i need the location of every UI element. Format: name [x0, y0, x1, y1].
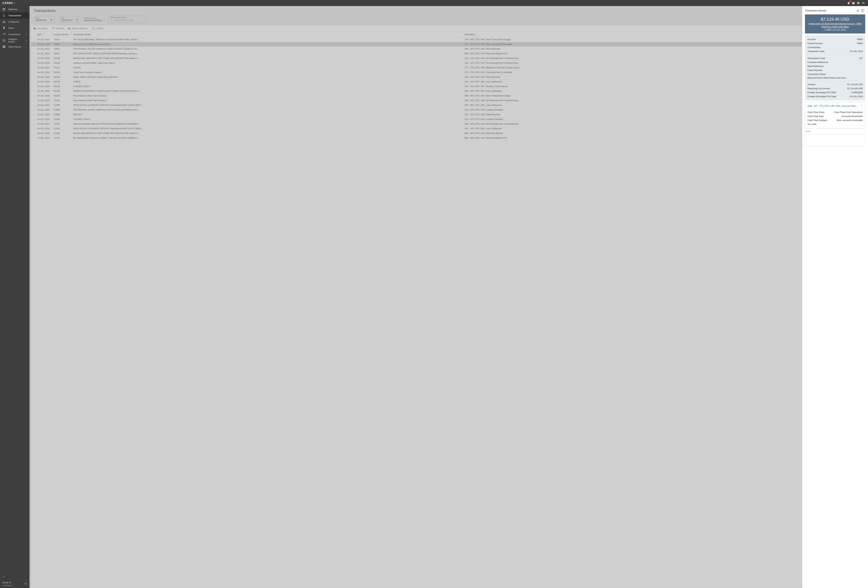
table-row[interactable]: ⋯24-JUL-2024*-6664CENTENNIAL-AO2267 Sett… — [31, 47, 802, 52]
rule-link[interactable]: 147 - CR | CFO / AR / Misc. Accounts Rec… — [814, 105, 859, 107]
table-row[interactable]: ⋯24-JUL-2024*13145BANKCARD-8936 BTOT DEP… — [31, 131, 802, 136]
end-date-field[interactable]: End 2024/07/24📅 — [59, 16, 80, 23]
collapse-sidebar-button[interactable] — [0, 574, 30, 580]
brand-logo: CASH4 — [3, 1, 13, 5]
row-menu-icon[interactable]: ⋯ — [32, 76, 35, 78]
calendar-icon: 📅 — [75, 19, 78, 22]
columns-button[interactable]: COLUMNS — [33, 27, 47, 30]
row-menu-icon[interactable]: ⋯ — [32, 38, 35, 41]
sidebar-item-label: Data Imports — [8, 46, 21, 48]
info-row: Bank Reference — [807, 64, 863, 68]
table-row[interactable]: ⋯24-JUL-2024*12654CENTENNIAL-SH1857 Sett… — [31, 108, 802, 112]
row-menu-icon[interactable]: ⋯ — [32, 95, 35, 97]
transactions-grid: COLUMNS FILTERS SAVED VIEW (0) EXPORT Da… — [31, 25, 802, 588]
info-row: Check Number — [807, 68, 863, 72]
sidebar-item-rules[interactable]: Rules — [0, 25, 30, 31]
table-row[interactable]: ⋯24-JUL-2024*-6672IRS USATAXPYMT 378531 … — [31, 52, 802, 56]
grid-header: Date↓1 Account Number↑2 Transaction Deta… — [31, 32, 802, 37]
table-row[interactable]: ⋯24-JUL-2024*12654DEPOSIT252 - CR | CFO … — [31, 112, 802, 117]
row-menu-icon[interactable]: ⋯ — [32, 48, 35, 50]
sidebar-item-investments[interactable]: Investments▾ — [0, 31, 30, 37]
table-row[interactable]: ⋯24-JUL-2024*13145Johnson-Andrews Paymen… — [31, 122, 802, 126]
account-link[interactable]: Omnicogent US Bank Demand Deposit Accoun… — [807, 22, 863, 28]
row-menu-icon[interactable]: ⋯ — [32, 118, 35, 120]
saved-view-button[interactable]: SAVED VIEW (0) — [68, 27, 87, 30]
investments-icon — [3, 32, 6, 36]
notifications-icon[interactable]: 1 — [846, 1, 851, 6]
sidebar-item-label: Analytics Studio — [8, 38, 23, 43]
table-row[interactable]: ⋯24-JUL-2024*03145CASHED CHECK242 - CR |… — [31, 84, 802, 89]
info-row: Cash Flow SubtypeMisc. accounts receivab… — [807, 118, 863, 122]
row-menu-icon[interactable]: ⋯ — [32, 99, 35, 102]
row-menu-icon[interactable]: ⋯ — [32, 90, 35, 92]
table-row[interactable]: ⋯24-JUL-2024*03145Cash Only Customer Dep… — [31, 70, 802, 75]
row-menu-icon[interactable]: ⋯ — [32, 81, 35, 83]
logout-icon[interactable] — [24, 582, 27, 586]
info-row: Amount$7,119.46 USD — [807, 83, 863, 87]
table-row[interactable]: ⋯24-JUL-2024*11456WHOLESALE LOCKBOCK DEP… — [31, 103, 802, 108]
help-icon[interactable] — [851, 1, 856, 6]
sidebar-item-analytics-studio[interactable]: Analytics Studio▾ — [0, 37, 30, 44]
column-date[interactable]: Date↓1 — [37, 33, 53, 36]
table-row[interactable]: ⋯24-JUL-2024*03145Johnson Ltd Debit Mill… — [31, 61, 802, 65]
row-menu-icon[interactable]: ⋯ — [32, 67, 35, 69]
table-row[interactable]: ⋯24-JUL-2024*11456Paul-Hawkins Debit Cla… — [31, 98, 802, 103]
settings-icon[interactable] — [856, 1, 861, 6]
row-menu-icon[interactable]: ⋯ — [32, 113, 35, 116]
table-row[interactable]: ⋯24-JUL-2024*03145CHECK212 - CR | CFF / … — [31, 80, 802, 84]
sidebar-item-label: Balances — [8, 8, 18, 10]
column-details[interactable]: Transaction Details — [73, 33, 465, 36]
sidebar-item-label: Transactions — [8, 14, 21, 17]
sidebar-item-transactions[interactable]: Transactions — [0, 12, 30, 19]
table-row[interactable]: ⋯24-JUL-2024*03145White, Wilson and Pere… — [31, 75, 802, 80]
info-row: Reporting Ccy Amount$7,119.46 USD — [807, 87, 863, 90]
table-row[interactable]: ⋯24-JUL-2024*13145WHOLESALE LOCKBOCK DEP… — [31, 126, 802, 131]
sidebar-item-data-imports[interactable]: Data Imports — [0, 44, 30, 50]
filters-button[interactable]: FILTERS — [52, 27, 64, 30]
column-account[interactable]: Account Number↑2 — [53, 33, 73, 36]
share-icon[interactable] — [856, 8, 861, 13]
page-title: Transactions — [34, 9, 798, 13]
info-card: Account*-6664Cash4 Account*-6664Counterp… — [805, 35, 865, 100]
chevron-down-icon[interactable]: ▾ — [14, 2, 15, 4]
entity-group-select[interactable]: Filter by Entity Group ⓘSelect entity gr… — [108, 16, 146, 23]
table-row[interactable]: ⋯24-JUL-2024*-6664Boyd and Sons Debit Ri… — [31, 42, 802, 47]
row-menu-icon[interactable]: ⋯ — [32, 128, 35, 130]
chevron-down-icon: ▾ — [26, 40, 27, 42]
rules-icon — [3, 27, 6, 29]
table-row[interactable]: ⋯24-JUL-2024*13145WT SEQ902492 Johnson L… — [31, 136, 802, 140]
notes-input[interactable] — [805, 134, 865, 146]
row-menu-icon[interactable]: ⋯ — [32, 57, 35, 59]
column-rule[interactable]: Rule Name — [465, 33, 801, 36]
account-subtext: | USBK | 24-JUL-2024 — [807, 29, 863, 31]
start-date-field[interactable]: Start 2024/07/17📅 — [34, 16, 55, 23]
row-menu-icon[interactable]: ⋯ — [32, 53, 35, 55]
row-menu-icon[interactable]: ⋯ — [32, 109, 35, 111]
export-button[interactable]: EXPORT — [92, 27, 104, 30]
transactions-icon — [3, 14, 6, 17]
info-row: Foreign Exchange (FX) Date24-JUL-2024 — [807, 94, 863, 99]
row-menu-icon[interactable]: ⋯ — [32, 132, 35, 134]
user-avatar[interactable]: T4 — [861, 1, 865, 6]
row-menu-icon[interactable]: ⋯ — [32, 71, 35, 74]
rule-menu-icon[interactable]: ⋯ — [860, 105, 863, 107]
sidebar-item-categories[interactable]: Categories — [0, 19, 30, 25]
table-row[interactable]: ⋯24-JUL-2024*03145CHECK171 - CR | CFO / … — [31, 65, 802, 70]
table-row[interactable]: ⋯24-JUL-2024*03145Paul-Hawkins Debit Cla… — [31, 94, 802, 98]
table-row[interactable]: ⋯24-JUL-2024*13145CASHED CHECK118 - CR |… — [31, 117, 802, 122]
info-row: Cash Flow ClassCash Flows from Operation… — [807, 110, 863, 114]
chevron-down-icon: ▾ — [103, 19, 105, 21]
row-menu-icon[interactable]: ⋯ — [32, 62, 35, 64]
table-row[interactable]: ⋯24-JUL-2024*03145AMERICAN EXPRESS CHGBC… — [31, 89, 802, 94]
user-block: Renae W omnicogent — [0, 580, 30, 588]
table-row[interactable]: ⋯24-JUL-2024*-0819WT SEQ923983 Mata, Rob… — [31, 37, 802, 42]
row-menu-icon[interactable]: ⋯ — [32, 123, 35, 125]
row-menu-icon[interactable]: ⋯ — [32, 85, 35, 87]
table-row[interactable]: ⋯24-JUL-2024*03145BANKCARD-8936 BTOT DEP… — [31, 56, 802, 61]
currency-select[interactable]: Display Currency Account Currency▾ — [82, 16, 106, 22]
row-menu-icon[interactable]: ⋯ — [32, 104, 35, 106]
row-menu-icon[interactable]: ⋯ — [32, 43, 35, 45]
sidebar-item-balances[interactable]: Balances — [0, 6, 30, 12]
row-menu-icon[interactable]: ⋯ — [32, 137, 35, 139]
copy-icon[interactable] — [861, 8, 865, 13]
